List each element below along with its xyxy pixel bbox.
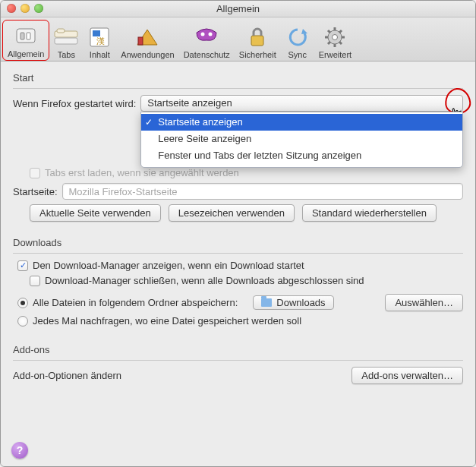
svg-rect-4: [57, 29, 65, 33]
svg-rect-2: [27, 33, 30, 39]
download-folder-chip[interactable]: Downloads: [253, 295, 333, 310]
svg-rect-10: [138, 37, 143, 45]
sync-icon: [285, 25, 310, 49]
homepage-label: Startseite:: [13, 186, 58, 197]
option-label: Fenster und Tabs der letzten Sitzung anz…: [158, 150, 361, 161]
close-window-icon[interactable]: [7, 4, 16, 13]
traffic-lights: [7, 4, 43, 13]
homepage-row: Startseite:: [13, 183, 463, 200]
manage-addons-button[interactable]: Add-ons verwalten…: [351, 367, 463, 384]
save-to-folder-label: Alle Dateien in folgendem Ordner abspeic…: [33, 297, 238, 308]
close-dl-manager-row: Download-Manager schließen, wenn alle Do…: [30, 275, 463, 286]
when-start-label: Wenn Firefox gestartet wird:: [13, 98, 136, 109]
close-dl-manager-label: Download-Manager schließen, wenn alle Do…: [45, 275, 364, 286]
homepage-buttons: Aktuelle Seite verwenden Lesezeichen ver…: [30, 204, 463, 222]
svg-rect-7: [93, 30, 100, 36]
section-label-start: Start: [13, 69, 463, 87]
help-button[interactable]: ?: [11, 442, 28, 459]
svg-point-16: [333, 35, 338, 40]
applications-icon: [135, 25, 159, 49]
section-label-addons: Add-ons: [13, 341, 463, 358]
content-icon: 漢: [87, 25, 112, 49]
toolbar-tab-label: Datenschutz: [184, 50, 230, 59]
toolbar-tab-content[interactable]: 漢 Inhalt: [83, 20, 116, 61]
svg-rect-5: [55, 38, 77, 44]
toolbar-tab-label: Allgemein: [8, 49, 44, 58]
toolbar-tab-advanced[interactable]: Erweitert: [314, 20, 356, 61]
folder-icon: [261, 298, 272, 307]
toolbar-tab-sync[interactable]: Sync: [281, 20, 314, 61]
dropdown-option[interactable]: Fenster und Tabs der letzten Sitzung anz…: [141, 147, 462, 164]
tabs-icon: [54, 25, 78, 49]
show-dl-manager-checkbox[interactable]: ✓: [17, 260, 28, 271]
tabs-on-demand-row: Tabs erst laden, wenn sie angewählt werd…: [30, 167, 463, 178]
svg-point-12: [209, 33, 213, 36]
lock-icon: [245, 25, 270, 49]
toolbar-tab-label: Sicherheit: [239, 50, 276, 59]
use-bookmarks-button[interactable]: Lesezeichen verwenden: [169, 204, 295, 222]
svg-point-11: [201, 33, 205, 36]
show-dl-manager-label: Den Download-Manager anzeigen, wenn ein …: [33, 260, 304, 271]
toolbar-tab-security[interactable]: Sicherheit: [235, 20, 281, 61]
restore-default-button[interactable]: Standard wiederherstellen: [302, 204, 437, 222]
tabs-on-demand-label: Tabs erst laden, wenn sie angewählt werd…: [45, 167, 239, 178]
svg-text:漢: 漢: [96, 36, 105, 46]
option-label: Leere Seite anzeigen: [158, 133, 251, 144]
general-switch-icon: [14, 24, 38, 49]
toolbar-tab-label: Anwendungen: [121, 50, 174, 59]
ask-every-time-label: Jedes Mal nachfragen, wo eine Datei gesp…: [33, 315, 301, 327]
svg-line-23: [328, 42, 330, 44]
when-start-value[interactable]: Startseite anzeigen: [140, 95, 463, 112]
toolbar-tab-tabs[interactable]: Tabs: [49, 20, 83, 61]
svg-line-22: [339, 42, 342, 44]
ask-every-time-radio[interactable]: [17, 316, 28, 327]
dropdown-option[interactable]: ✓ Startseite anzeigen: [141, 114, 462, 131]
toolbar-tab-privacy[interactable]: Datenschutz: [179, 20, 235, 61]
dropdown-option[interactable]: Leere Seite anzeigen: [141, 131, 462, 147]
svg-rect-1: [20, 33, 24, 39]
svg-marker-14: [301, 29, 307, 34]
minimize-window-icon[interactable]: [20, 4, 30, 13]
startup-behavior-row: Wenn Firefox gestartet wird: Startseite …: [13, 95, 463, 112]
toolbar-tab-label: Tabs: [58, 50, 75, 59]
option-label: Startseite anzeigen: [158, 116, 242, 128]
tabs-on-demand-checkbox: [30, 168, 40, 178]
svg-rect-0: [17, 29, 35, 43]
toolbar-tab-label: Erweitert: [319, 50, 351, 59]
svg-line-21: [328, 30, 330, 33]
window-title: Allgemein: [216, 3, 260, 14]
download-folder-name: Downloads: [276, 297, 325, 308]
save-to-folder-radio[interactable]: [17, 298, 28, 308]
divider: [13, 360, 463, 361]
show-dl-manager-row: ✓ Den Download-Manager anzeigen, wenn ei…: [17, 260, 463, 271]
when-start-dropdown: ✓ Startseite anzeigen Leere Seite anzeig…: [140, 112, 463, 168]
preferences-toolbar: Allgemein Tabs 漢 Inhalt Anwendungen Date…: [1, 17, 475, 62]
addons-row: Add-on-Optionen ändern Add-ons verwalten…: [13, 367, 463, 384]
divider: [13, 88, 463, 89]
homepage-field[interactable]: [62, 183, 463, 200]
preferences-window: Allgemein Allgemein Tabs 漢 Inhalt Anwend…: [0, 0, 476, 467]
toolbar-tab-label: Sync: [288, 50, 307, 59]
titlebar: Allgemein: [1, 1, 475, 17]
privacy-mask-icon: [194, 25, 219, 49]
close-dl-manager-checkbox[interactable]: [30, 276, 40, 286]
save-to-folder-row: Alle Dateien in folgendem Ordner abspeic…: [17, 294, 463, 311]
svg-line-24: [339, 30, 342, 33]
when-start-select[interactable]: Startseite anzeigen ✓ Startseite anzeige…: [140, 95, 463, 112]
toolbar-tab-general[interactable]: Allgemein: [2, 20, 49, 61]
gear-icon: [323, 25, 347, 49]
toolbar-tab-applications[interactable]: Anwendungen: [116, 20, 178, 61]
section-label-downloads: Downloads: [13, 234, 463, 251]
svg-rect-13: [251, 36, 263, 46]
check-icon: ✓: [145, 115, 153, 129]
use-current-page-button[interactable]: Aktuelle Seite verwenden: [30, 204, 161, 222]
toolbar-tab-label: Inhalt: [90, 50, 110, 59]
change-addon-options-label: Add-on-Optionen ändern: [13, 370, 121, 381]
ask-every-time-row: Jedes Mal nachfragen, wo eine Datei gesp…: [17, 315, 463, 327]
zoom-window-icon[interactable]: [34, 4, 43, 13]
divider: [13, 253, 463, 254]
content-pane: Start Wenn Firefox gestartet wird: Start…: [1, 62, 475, 466]
choose-folder-button[interactable]: Auswählen…: [385, 294, 463, 311]
